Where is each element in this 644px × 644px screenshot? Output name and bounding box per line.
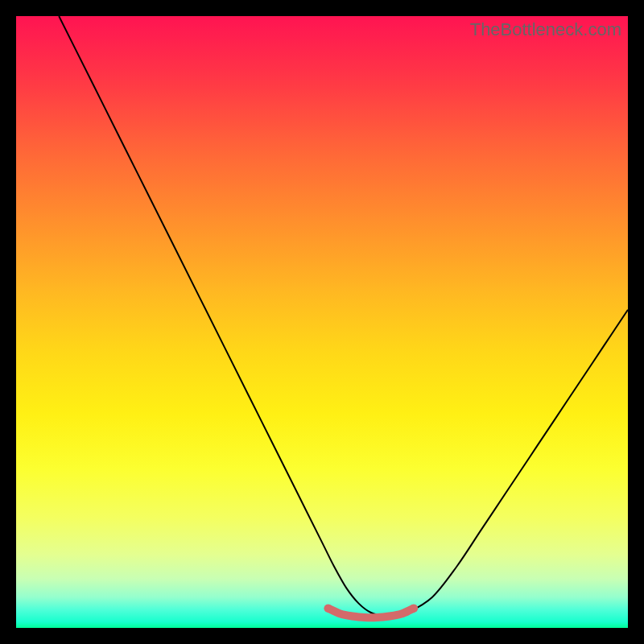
chart-container: TheBottleneck.com	[0, 0, 644, 644]
plot-area: TheBottleneck.com	[16, 16, 628, 628]
bottleneck-curve	[59, 16, 628, 616]
curve-layer	[16, 16, 628, 628]
trough-start-dot	[324, 605, 332, 613]
trough-end-dot	[410, 605, 418, 613]
